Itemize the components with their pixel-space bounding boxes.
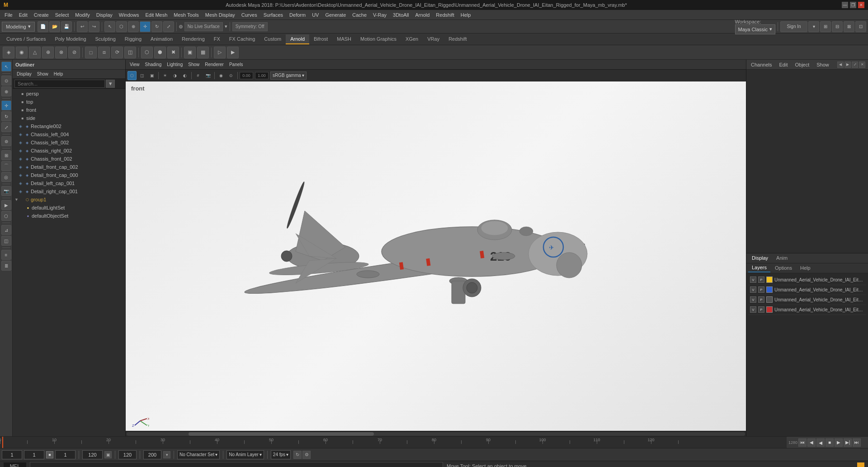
module-tab-custom[interactable]: Custom	[259, 34, 286, 44]
layer-row-0[interactable]: VPUnmanned_Aerial_Vehicle_Drone_IAI_Eita…	[748, 275, 866, 285]
module-tab-redshift[interactable]: Redshift	[444, 34, 471, 44]
shelf-btn-14[interactable]: ▣	[184, 47, 196, 58]
settings-button[interactable]: ⚙	[302, 451, 311, 459]
play-forward-button[interactable]: ▶	[835, 438, 843, 447]
new-scene-button[interactable]: 📄	[38, 21, 48, 32]
menu-item-surfaces[interactable]: Surfaces	[261, 11, 286, 19]
uv-editor-button[interactable]: ◫	[1, 236, 11, 246]
paint-button[interactable]: ⊕	[128, 21, 139, 32]
module-tab-curves-surfaces[interactable]: Curves / Surfaces	[2, 34, 50, 44]
layer-row-3[interactable]: VPUnmanned_Aerial_Vehicle_Drone_IAI_Eita…	[748, 305, 866, 315]
rp-header-item-channels[interactable]: Channels	[749, 61, 774, 68]
layers-sub-tab-help[interactable]: Help	[797, 264, 814, 272]
anim-tab[interactable]: Anim	[773, 254, 791, 262]
shelf-btn-2[interactable]: ◉	[16, 47, 28, 58]
minimize-button[interactable]: —	[842, 2, 848, 8]
layout-btn-4[interactable]: ⊡	[855, 21, 866, 32]
vp-shadow-button[interactable]: ◑	[170, 71, 179, 80]
shelf-btn-9[interactable]: ⟳	[111, 47, 123, 58]
go-to-end-button[interactable]: ⏭	[853, 438, 861, 447]
vp-grid-button[interactable]: #	[193, 71, 203, 80]
tree-item-rect002[interactable]: ◈◈Rectangle002	[13, 122, 125, 130]
outliner-menu-display[interactable]: Display	[14, 71, 34, 77]
no-character-set-dropdown[interactable]: No Character Set ▾	[177, 450, 220, 459]
vp-lights-button[interactable]: ☀	[160, 71, 170, 80]
menu-item-modify[interactable]: Modify	[72, 11, 92, 19]
module-tab-sculpting[interactable]: Sculpting	[91, 34, 120, 44]
layer-vis-1[interactable]: V	[750, 286, 756, 293]
hscroll-track[interactable]	[127, 432, 745, 436]
module-tab-mash[interactable]: MASH	[332, 34, 356, 44]
viewport-menu-renderer[interactable]: Renderer	[203, 62, 226, 67]
scale-tool-lt-button[interactable]: ⤢	[1, 122, 11, 132]
rp-header-item-show[interactable]: Show	[815, 61, 831, 68]
tree-item-chassis_l004[interactable]: ◈◈Chassis_left_004	[13, 130, 125, 138]
restore-button[interactable]: ❐	[850, 2, 856, 8]
layer-editor-button-lt[interactable]: ≡	[1, 250, 11, 260]
save-scene-button[interactable]: 💾	[61, 21, 72, 32]
redo-button[interactable]: ↪	[89, 21, 99, 32]
shelf-btn-17[interactable]: ▶	[227, 47, 239, 58]
step-back-button[interactable]: ◀	[807, 438, 816, 447]
loop-button[interactable]: ↻	[293, 451, 302, 459]
go-to-start-button[interactable]: ⏮	[798, 438, 807, 447]
shaded-button[interactable]: ◫	[137, 71, 146, 80]
shelf-btn-12[interactable]: ⬢	[154, 47, 166, 58]
module-tab-motion-graphics[interactable]: Motion Graphics	[356, 34, 401, 44]
snap-to-grid-button[interactable]: ⊞	[1, 150, 11, 160]
module-tab-poly-modeling[interactable]: Poly Modeling	[50, 34, 90, 44]
tree-item-detail_lc001[interactable]: ◈◈Detail_left_cap_001	[13, 179, 125, 187]
module-tab-vray[interactable]: VRay	[423, 34, 444, 44]
shelf-btn-6[interactable]: ⊘	[68, 47, 80, 58]
vp-camera-button[interactable]: 📷	[203, 71, 212, 80]
layout-btn-2[interactable]: ⊟	[832, 21, 843, 32]
mode-dropdown[interactable]: Modeling ▾	[2, 22, 35, 32]
tree-item-persp[interactable]: ■persp	[13, 90, 125, 98]
layer-row-1[interactable]: VPUnmanned_Aerial_Vehicle_Drone_IAI_Eita…	[748, 285, 866, 295]
menu-item-create[interactable]: Create	[31, 11, 52, 19]
shelf-btn-10[interactable]: ◫	[124, 47, 136, 58]
tree-item-group1[interactable]: ▼⬡group1	[13, 195, 125, 204]
rp-expand-arrow[interactable]: ⤢	[852, 62, 858, 68]
menu-item-mesh-tools[interactable]: Mesh Tools	[171, 11, 201, 19]
tree-item-detail_rc001[interactable]: ◈◈Detail_right_cap_001	[13, 187, 125, 195]
gamma-dropdown[interactable]: sRGB gamma ▾	[270, 71, 307, 80]
open-scene-button[interactable]: 📂	[49, 21, 60, 32]
shelf-btn-7[interactable]: □	[85, 47, 97, 58]
viewport-menu-panels[interactable]: Panels	[227, 62, 245, 67]
tree-item-defaultLightSet[interactable]: ●defaultLightSet	[13, 204, 125, 212]
viewport-menu-view[interactable]: View	[127, 62, 142, 67]
layout-btn-3[interactable]: ⊠	[844, 21, 854, 32]
mel-input[interactable]	[30, 462, 443, 467]
exposure-field[interactable]: 0.00	[240, 72, 253, 79]
menu-item-arnold[interactable]: Arnold	[413, 11, 433, 19]
layout-btn-1[interactable]: ⊞	[820, 21, 831, 32]
layer-row-2[interactable]: VPUnmanned_Aerial_Vehicle_Drone_IAI_Eita…	[748, 295, 866, 305]
module-tab-rendering[interactable]: Rendering	[177, 34, 209, 44]
rotate-button[interactable]: ↻	[151, 21, 162, 32]
fps-dropdown[interactable]: 24 fps ▾	[271, 450, 291, 459]
wireframe-button[interactable]: ⬡	[127, 71, 137, 80]
layer-type-3[interactable]: P	[758, 306, 764, 313]
module-tab-xgen[interactable]: XGen	[401, 34, 423, 44]
viewport-menu-show[interactable]: Show	[186, 62, 202, 67]
menu-item-generate[interactable]: Generate	[322, 11, 349, 19]
menu-item-deform[interactable]: Deform	[287, 11, 308, 19]
shelf-btn-13[interactable]: ✖	[167, 47, 179, 58]
start-frame-field[interactable]	[2, 450, 22, 459]
menu-item-edit-mesh[interactable]: Edit Mesh	[142, 11, 170, 19]
module-tab-bifrost[interactable]: Bifrost	[309, 34, 332, 44]
menu-item-windows[interactable]: Windows	[116, 11, 142, 19]
sub-frame-field[interactable]	[55, 450, 75, 459]
shelf-btn-16[interactable]: ▷	[214, 47, 226, 58]
module-tab-rigging[interactable]: Rigging	[120, 34, 146, 44]
outliner-menu-show[interactable]: Show	[35, 71, 51, 77]
tree-item-chassis_f002[interactable]: ◈◈Chassis_front_002	[13, 155, 125, 163]
play-back-button[interactable]: ▶	[816, 438, 825, 447]
tree-item-defaultObjectSet[interactable]: ●defaultObjectSet	[13, 212, 125, 220]
tree-item-detail_fc000[interactable]: ◈◈Detail_front_cap_000	[13, 171, 125, 179]
no-live-surface-button[interactable]: No Live Surface	[184, 22, 223, 31]
no-anim-layer-dropdown[interactable]: No Anim Layer ▾	[226, 450, 264, 459]
tree-item-side[interactable]: ■side	[13, 114, 125, 122]
menu-item-help[interactable]: Help	[458, 11, 474, 19]
